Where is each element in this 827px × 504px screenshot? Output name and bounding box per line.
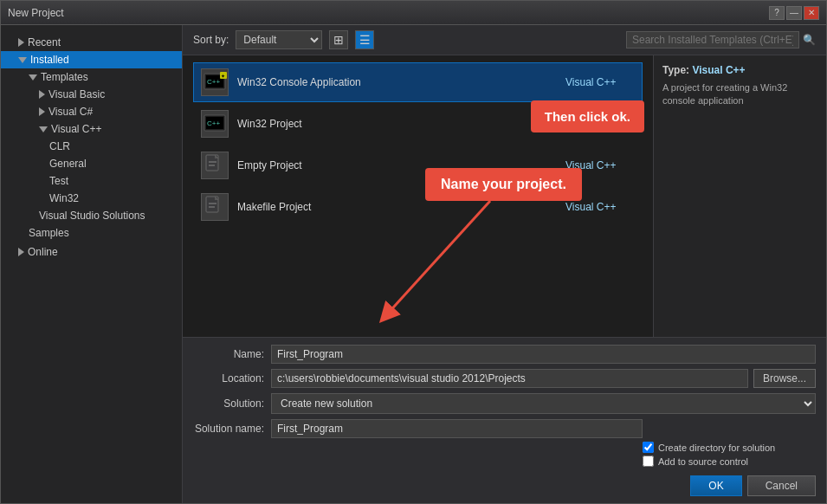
sidebar-item-win32[interactable]: Win32 (1, 190, 182, 207)
help-button[interactable]: ? (769, 6, 785, 20)
main-area: Sort by: Default ⊞ ☰ 🔍 Name your project… (183, 25, 826, 503)
create-directory-checkbox-label[interactable]: Create directory for solution (643, 442, 816, 453)
form-row-location: Location: Browse... (193, 369, 816, 388)
sidebar-item-online[interactable]: Online (1, 243, 182, 261)
sidebar-label-test: Test (49, 175, 68, 187)
sidebar-item-recent[interactable]: Recent (1, 34, 182, 51)
add-source-control-label: Add to source control (658, 456, 748, 467)
sidebar-label-installed: Installed (30, 54, 69, 66)
template-icon-win32console: C++ ✦ (201, 68, 229, 96)
sidebar-item-samples[interactable]: Samples (1, 224, 182, 242)
toolbar-row: Sort by: Default ⊞ ☰ 🔍 (183, 25, 826, 55)
name-input[interactable] (271, 345, 816, 364)
triangle-right-icon4 (18, 248, 24, 256)
sidebar-item-vcpp[interactable]: Visual C++ (1, 120, 182, 138)
triangle-right-icon3 (39, 107, 45, 116)
template-name-win32console: Win32 Console Application (237, 76, 565, 88)
sort-select[interactable]: Default (236, 30, 322, 49)
svg-text:C++: C++ (207, 120, 220, 127)
grid-view-button[interactable]: ⊞ (329, 30, 348, 49)
add-source-control-checkbox-label[interactable]: Add to source control (643, 456, 816, 467)
sidebar-label-vcpp: Visual C++ (51, 123, 101, 135)
sidebar-label-vcsharp: Visual C# (48, 106, 93, 118)
template-area: Name your project. Then click ok. (183, 55, 826, 337)
form-row-solution: Solution: Create new solution (193, 393, 816, 414)
template-list: Name your project. Then click ok. (183, 55, 653, 337)
solution-name-label: Solution name: (193, 423, 271, 435)
sortby-label: Sort by: (193, 34, 229, 46)
right-panel: Type: Visual C++ A project for creating … (653, 55, 826, 337)
sidebar-label-general: General (49, 158, 87, 170)
name-label: Name: (193, 348, 271, 360)
dialog-body: Recent Installed Templates Visual Basic … (1, 25, 826, 503)
type-value: Visual C++ (692, 64, 745, 76)
solution-label: Solution: (193, 397, 271, 410)
solution-name-input[interactable] (271, 419, 643, 438)
sidebar-label-samples: Samples (29, 227, 69, 239)
triangle-down-icon2 (29, 74, 37, 81)
callout-name-project: Name your project. (425, 168, 582, 201)
search-icon: 🔍 (803, 34, 816, 46)
location-input[interactable] (271, 369, 748, 388)
browse-button[interactable]: Browse... (753, 369, 816, 388)
template-name-win32project: Win32 Project (237, 118, 565, 130)
sidebar-item-vcsharp[interactable]: Visual C# (1, 103, 182, 120)
type-label: Type: Visual C++ (662, 64, 817, 76)
template-icon-empty (201, 152, 229, 179)
sidebar-item-general[interactable]: General (1, 155, 182, 172)
cancel-button[interactable]: Cancel (747, 475, 816, 496)
create-directory-label: Create directory for solution (658, 443, 775, 453)
sidebar: Recent Installed Templates Visual Basic … (1, 25, 183, 503)
sidebar-item-installed[interactable]: Installed (1, 51, 182, 68)
template-icon-makefile (201, 193, 229, 221)
form-row-name: Name: (193, 345, 816, 364)
minimize-button[interactable]: — (786, 6, 802, 20)
sidebar-item-vssolutions[interactable]: Visual Studio Solutions (1, 207, 182, 224)
svg-text:✦: ✦ (221, 74, 225, 79)
form-row-solutionname: Solution name: (193, 419, 816, 438)
sidebar-label-vbasic: Visual Basic (48, 88, 105, 100)
sidebar-label-clr: CLR (49, 140, 70, 152)
checkboxes-bottom: Create directory for solution Add to sou… (193, 438, 816, 470)
dialog-title: New Project (8, 7, 64, 19)
triangle-down-icon (18, 57, 27, 63)
bottom-buttons-row: OK Cancel (193, 470, 816, 503)
callout-click-ok: Then click ok. (531, 100, 644, 132)
type-description: A project for creating a Win32 console a… (662, 81, 817, 108)
location-field-group: Browse... (271, 369, 816, 388)
list-view-button[interactable]: ☰ (355, 30, 374, 49)
sidebar-section-recent: Recent Installed Templates Visual Basic … (1, 32, 182, 243)
search-box: 🔍 (626, 31, 816, 48)
sidebar-item-templates[interactable]: Templates (1, 68, 182, 86)
sidebar-item-vbasic[interactable]: Visual Basic (1, 86, 182, 103)
sidebar-item-test[interactable]: Test (1, 172, 182, 190)
template-name-makefile: Makefile Project (237, 201, 565, 213)
template-icon-win32project: C++ (201, 110, 229, 138)
add-source-control-checkbox[interactable] (643, 456, 654, 467)
checkboxes-group: Create directory for solution Add to sou… (643, 442, 816, 467)
sidebar-label-vssolutions: Visual Studio Solutions (39, 210, 145, 222)
title-bar: New Project ? — ✕ (1, 1, 826, 25)
ok-button[interactable]: OK (690, 475, 741, 496)
svg-text:C++: C++ (207, 78, 220, 86)
new-project-dialog: New Project ? — ✕ Recent Installed Templ (0, 0, 827, 504)
sidebar-label-win32: Win32 (49, 192, 79, 204)
solution-select[interactable]: Create new solution (271, 393, 816, 414)
template-type-win32console: Visual C++ (565, 76, 635, 88)
sidebar-label-recent: Recent (28, 36, 61, 48)
triangle-right-icon (18, 38, 24, 47)
title-bar-buttons: ? — ✕ (769, 6, 819, 20)
bottom-form: Name: Location: Browse... Solution: Crea… (183, 337, 826, 503)
create-directory-checkbox[interactable] (643, 442, 654, 453)
sidebar-label-templates: Templates (41, 71, 88, 83)
sidebar-item-clr[interactable]: CLR (1, 138, 182, 155)
close-button[interactable]: ✕ (804, 6, 819, 20)
search-input[interactable] (626, 31, 799, 48)
template-item-win32console[interactable]: C++ ✦ Win32 Console Application Visual C… (193, 62, 643, 102)
triangle-down-icon3 (39, 126, 48, 132)
sidebar-label-online: Online (28, 246, 58, 258)
template-type-makefile: Visual C++ (565, 201, 635, 213)
triangle-right-icon2 (39, 90, 45, 99)
location-label: Location: (193, 372, 271, 384)
